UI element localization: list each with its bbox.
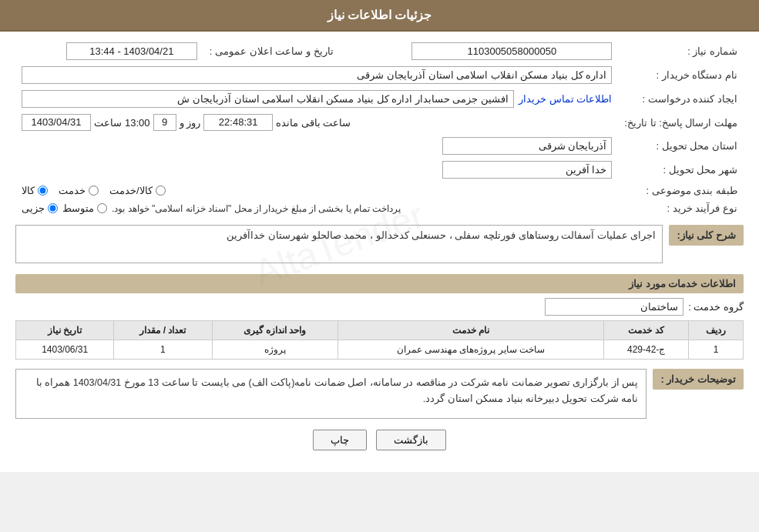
buyer-notes-label: توضیحات خریدار : <box>653 369 744 390</box>
process-type-label: نوع فرآیند خرید : <box>618 199 744 217</box>
cell-unit: پروژه <box>212 340 338 360</box>
buyer-notes-value: پس از بارگزاری تصویر ضمانت نامه شرکت در … <box>15 369 646 419</box>
service-group-label: گروه خدمت : <box>688 301 744 313</box>
need-description-value: اجرای عملیات آسفالت روستاهای فورتلچه سفل… <box>227 229 656 241</box>
cell-name: ساخت سایر پروژه‌های مهندسی عمران <box>338 340 604 360</box>
category-label: طبقه بندی موضوعی : <box>618 182 744 199</box>
col-unit: واحد اندازه گیری <box>212 321 338 340</box>
category-option-kala-khedmat[interactable]: کالا/خدمت <box>109 185 166 196</box>
creator-value: افشین جزمی حسابدار اداره کل بنیاد مسکن ا… <box>22 90 514 108</box>
buyer-org-value: اداره کل بنیاد مسکن انقلاب اسلامی استان … <box>22 66 612 84</box>
page-title: جزئیات اطلاعات نیاز <box>0 0 759 32</box>
cell-qty: 1 <box>114 340 212 360</box>
category-option-khedmat[interactable]: خدمت <box>59 185 99 196</box>
need-number-label: شماره نیاز : <box>618 39 744 63</box>
reply-time-remain: 22:48:31 <box>203 114 273 131</box>
delivery-city-value: خدا آفرین <box>442 161 612 179</box>
cell-code: ج-42-429 <box>604 340 689 360</box>
saet-label: ساعت <box>94 117 122 129</box>
col-date: تاریخ نیاز <box>16 321 114 340</box>
cell-date: 1403/06/31 <box>16 340 114 360</box>
reply-days-label: روز و <box>180 117 201 129</box>
reply-date: 1403/04/31 <box>22 114 91 131</box>
col-name: نام خدمت <box>338 321 604 340</box>
creator-label: ایجاد کننده درخواست : <box>618 87 744 111</box>
category-option-kala[interactable]: کالا <box>22 185 48 196</box>
delivery-city-label: شهر محل تحویل : <box>618 158 744 182</box>
time-label-static: 13:00 <box>125 117 150 129</box>
need-description-label: شرح کلی نیاز: <box>669 225 744 246</box>
publish-date-label: تاریخ و ساعت اعلان عمومی : <box>203 39 340 63</box>
service-group-value: ساختمان <box>545 298 683 316</box>
process-option-jozyi[interactable]: جزیی <box>22 202 58 214</box>
services-info-label: اطلاعات خدمات مورد نیاز <box>15 274 744 293</box>
col-qty: تعداد / مقدار <box>114 321 212 340</box>
process-note: پرداخت تمام یا بخشی از مبلغ خریدار از مح… <box>112 203 401 214</box>
col-row: ردیف <box>688 321 743 340</box>
table-row: 1 ج-42-429 ساخت سایر پروژه‌های مهندسی عم… <box>16 340 744 360</box>
col-code: کد خدمت <box>604 321 689 340</box>
creator-contact-link[interactable]: اطلاعات تماس خریدار <box>519 93 612 105</box>
cell-row: 1 <box>688 340 743 360</box>
buyer-org-label: نام دستگاه خریدار : <box>618 63 744 87</box>
delivery-province-label: استان محل تحویل : <box>618 134 744 158</box>
reply-remain-label: ساعت باقی مانده <box>276 117 351 129</box>
process-option-motavasset[interactable]: متوسط <box>62 202 107 214</box>
delivery-province-value: آذربایجان شرقی <box>442 137 612 155</box>
print-button[interactable]: چاپ <box>313 430 367 450</box>
back-button[interactable]: بازگشت <box>376 430 446 450</box>
need-number-value: 1103005058000050 <box>411 42 612 60</box>
services-table: ردیف کد خدمت نام خدمت واحد اندازه گیری ت… <box>15 320 744 360</box>
publish-date-value: 1403/04/21 - 13:44 <box>66 42 197 60</box>
reply-deadline-label: مهلت ارسال پاسخ: تا تاریخ: <box>618 111 744 134</box>
reply-days: 9 <box>153 114 176 131</box>
